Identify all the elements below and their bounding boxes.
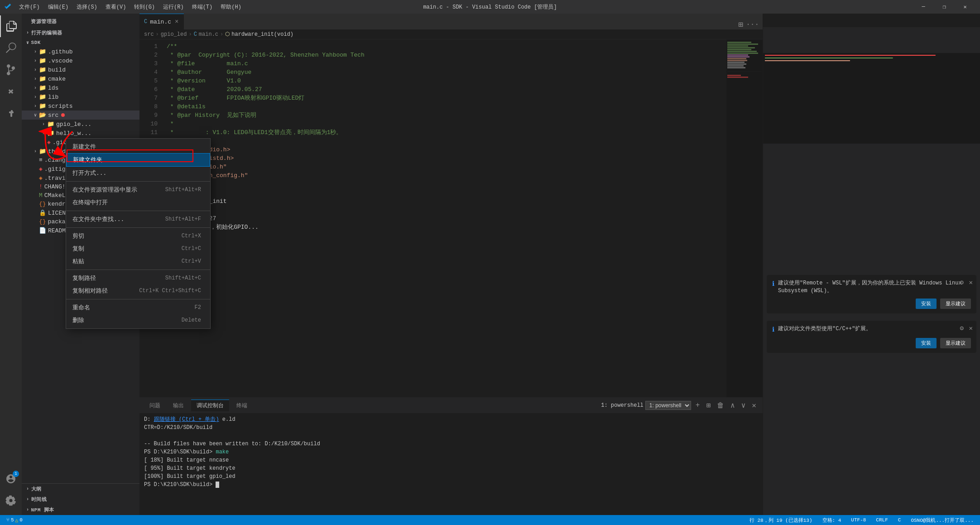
panel-tab-debug-console[interactable]: 调试控制台 [191, 400, 229, 411]
panel-tab-terminal[interactable]: 终端 [231, 400, 253, 411]
menu-help[interactable]: 帮助(H) [217, 2, 245, 12]
breadcrumb-src[interactable]: src [144, 31, 154, 38]
notification-actions: 安装 显示建议 [772, 299, 971, 309]
terminal-selector[interactable]: 1: powershell 1: powershell [601, 401, 691, 410]
status-spaces[interactable]: 空格: 4 [821, 517, 843, 524]
code-line: * @file main.c [167, 59, 726, 68]
status-git[interactable]: ⑂ 5 △ 0 [5, 517, 24, 523]
npm-section[interactable]: › NPM 脚本 [22, 505, 139, 515]
status-language[interactable]: C [896, 517, 903, 523]
list-item[interactable]: › 📁 scripts [22, 101, 139, 111]
panel-tab-problems[interactable]: 问题 [144, 400, 166, 411]
install-button[interactable]: 安装 [916, 338, 937, 348]
menu-cut[interactable]: 剪切 Ctrl+X [66, 230, 210, 242]
kill-terminal-button[interactable]: 🗑 [715, 400, 726, 411]
menu-new-folder[interactable]: 新建文件夹 [66, 153, 210, 167]
chevron-right-icon: › [32, 77, 39, 82]
menu-open-with[interactable]: 打开方式... [66, 167, 210, 179]
chevron-right-icon: › [32, 104, 39, 109]
menu-copy-relative-path[interactable]: 复制相对路径 Ctrl+K Ctrl+Shift+C [66, 284, 210, 297]
window-controls[interactable]: — ❐ ✕ [913, 0, 975, 14]
show-suggestions-button[interactable]: 显示建议 [940, 299, 971, 309]
activity-extensions[interactable] [0, 102, 22, 124]
activity-explorer[interactable] [0, 15, 22, 37]
right-panel-spacer2 [763, 27, 980, 43]
code-editor[interactable]: 12345 678910 1112131415 1617181920 2122 … [139, 39, 726, 397]
list-item[interactable]: › 📁 lds [22, 83, 139, 92]
menu-new-file[interactable]: 新建文件 [66, 140, 210, 153]
more-actions-button[interactable]: ··· [746, 20, 759, 29]
list-item[interactable]: › 📁 build [22, 65, 139, 74]
context-menu[interactable]: 新建文件 新建文件夹 打开方式... 在文件资源管理器中显示 Shift+Alt… [66, 138, 211, 329]
status-position[interactable]: 行 28，列 19 (已选择13) [748, 517, 814, 524]
open-editors-section[interactable]: › 打开的编辑器 [22, 28, 139, 38]
outline-section[interactable]: › 大纲 [22, 484, 139, 494]
list-item[interactable]: › 📁 gpio_le... [22, 120, 139, 129]
status-remote[interactable]: OSNO@我机...打开了双... [909, 517, 975, 524]
list-item[interactable]: › 📁 .vscode [22, 56, 139, 65]
menu-item-shortcut: Shift+Alt+R [165, 187, 201, 193]
split-editor-button[interactable]: ⊞ [738, 19, 743, 29]
panel-up-button[interactable]: ∧ [729, 400, 737, 411]
install-button[interactable]: 安装 [916, 299, 937, 309]
list-item[interactable]: › 📁 .github [22, 47, 139, 56]
menu-goto[interactable]: 转到(G) [130, 2, 159, 12]
menu-edit[interactable]: 编辑(E) [44, 2, 72, 12]
panel-down-button[interactable]: ∨ [740, 400, 748, 411]
activity-settings[interactable] [0, 490, 22, 511]
menu-terminal[interactable]: 终端(T) [188, 2, 216, 12]
editor-tab-main-c[interactable]: C main.c × [139, 14, 184, 29]
menu-file[interactable]: 文件(F) [15, 2, 43, 12]
breadcrumb-gpio-led[interactable]: gpio_led [161, 31, 187, 38]
status-git-label: 5 [11, 517, 14, 523]
menu-delete[interactable]: 删除 Delete [66, 314, 210, 327]
add-terminal-button[interactable]: + [694, 400, 702, 410]
notification-close-button[interactable]: ✕ [969, 324, 973, 332]
terminal-dropdown[interactable]: 1: powershell [645, 401, 691, 410]
sdk-section[interactable]: ∨ SDK [22, 38, 139, 47]
close-button[interactable]: ✕ [955, 0, 975, 14]
menu-open-terminal[interactable]: 在终端中打开 [66, 196, 210, 209]
menu-reveal-explorer[interactable]: 在文件资源管理器中显示 Shift+Alt+R [66, 183, 210, 196]
menu-run[interactable]: 运行(R) [159, 2, 187, 12]
notification-settings-icon[interactable]: ⚙ [960, 279, 964, 286]
title-bar: 文件(F) 编辑(E) 选择(S) 查看(V) 转到(G) 运行(R) 终端(T… [0, 0, 980, 14]
activity-run[interactable] [0, 81, 22, 102]
show-suggestions-button[interactable]: 显示建议 [940, 338, 971, 348]
close-panel-button[interactable]: ✕ [750, 400, 758, 411]
panel-content[interactable]: D: 跟随链接 (Ctrl + 单击) e.ld CTR=D:/K210/SDK… [139, 414, 763, 515]
code-content[interactable]: /** * @par Copyright (C): 2016-2022, She… [162, 39, 726, 397]
maximize-button[interactable]: ❐ [934, 0, 955, 14]
menu-find-in-folder[interactable]: 在文件夹中查找... Shift+Alt+F [66, 213, 210, 226]
list-item[interactable]: › 📁 hello_w... [22, 129, 139, 138]
chevron-right-icon: › [32, 86, 39, 91]
activity-accounts[interactable] [0, 468, 22, 490]
panel-tab-output[interactable]: 输出 [168, 400, 189, 411]
panel-link[interactable]: 跟随链接 (Ctrl + 单击) [154, 416, 219, 423]
notification-settings-icon[interactable]: ⚙ [960, 324, 964, 332]
minimize-button[interactable]: — [913, 0, 934, 14]
menu-paste[interactable]: 粘贴 Ctrl+V [66, 255, 210, 268]
activity-search[interactable] [0, 37, 22, 59]
notification-close-button[interactable]: ✕ [969, 279, 973, 286]
status-encoding[interactable]: UTF-8 [849, 517, 868, 523]
timeline-section[interactable]: › 时间线 [22, 494, 139, 505]
menu-rename[interactable]: 重命名 F2 [66, 301, 210, 314]
tab-close-button[interactable]: × [174, 17, 179, 26]
list-item[interactable]: › 📁 lib [22, 92, 139, 101]
menu-select[interactable]: 选择(S) [73, 2, 101, 12]
panel-area: 问题 输出 调试控制台 终端 1: powershell 1: powershe… [139, 397, 763, 515]
breadcrumb-func[interactable]: hardware_init(void) [231, 31, 293, 38]
list-item[interactable]: ∨ 📂 src [22, 111, 139, 120]
breadcrumb-file[interactable]: main.c [199, 31, 218, 38]
list-item[interactable]: › 📁 cmake [22, 74, 139, 83]
file-label: build [48, 67, 66, 73]
folder-icon: 📁 [47, 130, 54, 137]
split-panel-button[interactable]: ⊞ [704, 400, 712, 411]
menu-copy-path[interactable]: 复制路径 Shift+Alt+C [66, 272, 210, 284]
title-bar-menu[interactable]: 文件(F) 编辑(E) 选择(S) 查看(V) 转到(G) 运行(R) 终端(T… [15, 2, 245, 12]
status-eol[interactable]: CRLF [874, 517, 889, 523]
activity-source-control[interactable] [0, 59, 22, 81]
menu-copy[interactable]: 复制 Ctrl+C [66, 242, 210, 255]
menu-view[interactable]: 查看(V) [102, 2, 130, 12]
